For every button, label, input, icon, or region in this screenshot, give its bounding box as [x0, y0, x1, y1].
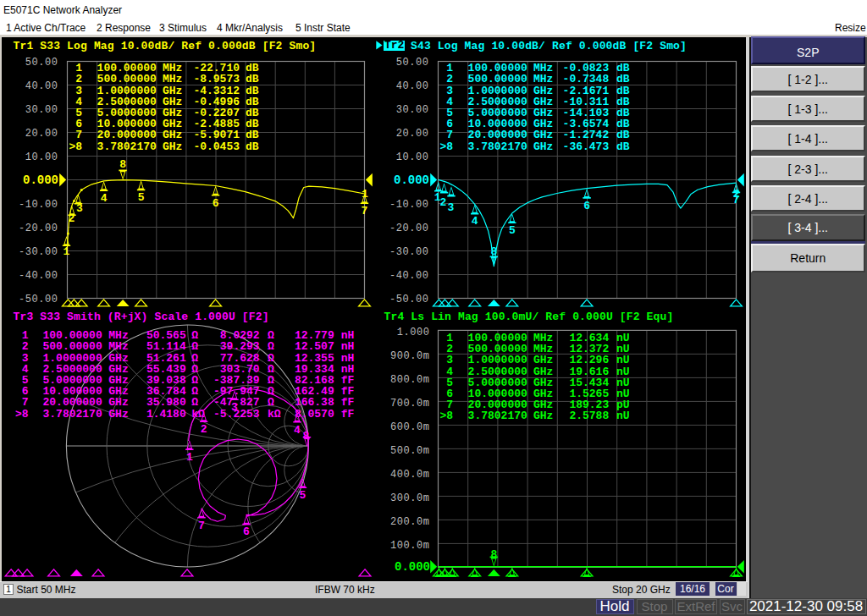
svg-text:4: 4 [101, 192, 108, 205]
svg-text:8: 8 [303, 430, 310, 443]
svg-text:3: 3 [447, 201, 454, 214]
svg-text:1: 1 [362, 188, 368, 201]
svg-text:5: 5 [509, 224, 516, 237]
svg-text:6: 6 [243, 525, 250, 538]
svg-text:7: 7 [198, 520, 205, 532]
svg-text:2: 2 [69, 212, 75, 225]
svg-text:8: 8 [119, 158, 126, 171]
svg-text:8: 8 [490, 245, 497, 258]
svg-text:5: 5 [300, 489, 306, 502]
svg-text:1: 1 [186, 451, 193, 464]
svg-text:8: 8 [490, 548, 497, 561]
svg-text:6: 6 [583, 200, 590, 212]
svg-text:4: 4 [472, 215, 478, 228]
svg-text:2: 2 [733, 188, 740, 201]
svg-text:3: 3 [76, 202, 83, 215]
svg-text:5: 5 [138, 191, 145, 204]
svg-text:7: 7 [362, 205, 368, 217]
svg-text:6: 6 [213, 197, 219, 210]
svg-text:1: 1 [63, 245, 69, 258]
svg-text:2: 2 [201, 423, 207, 436]
svg-text:2: 2 [440, 196, 447, 209]
svg-text:4: 4 [294, 424, 301, 437]
